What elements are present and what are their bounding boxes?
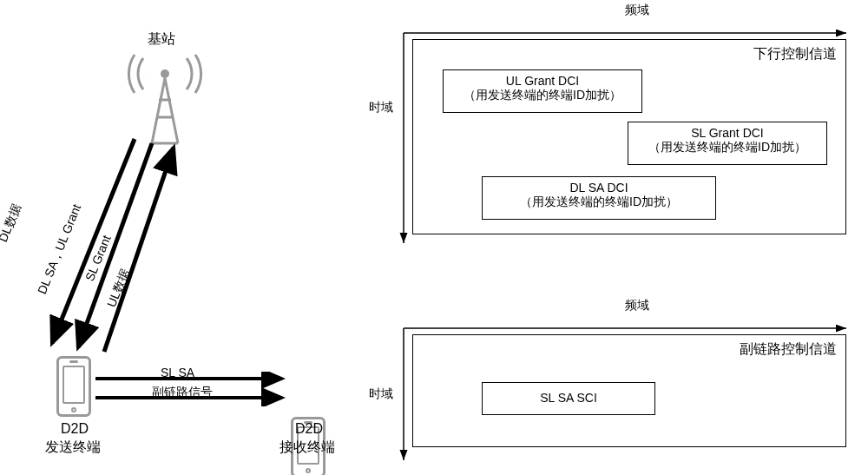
- ul-grant-dci-box: UL Grant DCI （用发送终端的终端ID加扰）: [443, 69, 642, 113]
- d2d-tx-sub: 发送终端: [45, 439, 101, 457]
- dl-sa-dci-box: DL SA DCI （用发送终端的终端ID加扰）: [482, 176, 716, 220]
- dl-sa-dci-l1: DL SA DCI: [483, 181, 715, 195]
- sl-sa-sci-box: SL SA SCI: [482, 382, 655, 415]
- dl-sa-dci-l2: （用发送终端的终端ID加扰）: [483, 195, 715, 210]
- sl-sa-label: SL SA: [161, 366, 194, 379]
- top-time-axis-label: 时域: [369, 100, 393, 115]
- sl-grant-dci-box: SL Grant DCI （用发送终端的终端ID加扰）: [628, 122, 827, 165]
- d2d-tx-phone-icon: [56, 356, 91, 417]
- bottom-freq-axis-label: 频域: [625, 298, 649, 313]
- bs-label: 基站: [148, 30, 175, 49]
- top-chart-title: 下行控制信道: [753, 45, 837, 63]
- d2d-rx-sub: 接收终端: [279, 439, 335, 457]
- ul-grant-dci-l1: UL Grant DCI: [444, 74, 641, 88]
- d2d-tx-name: D2D: [61, 421, 89, 437]
- sl-grant-dci-l1: SL Grant DCI: [628, 126, 826, 140]
- svg-point-0: [161, 69, 169, 78]
- bottom-chart-title: 副链路控制信道: [740, 340, 837, 359]
- ul-grant-dci-l2: （用发送终端的终端ID加扰）: [444, 88, 641, 103]
- bottom-time-axis-label: 时域: [369, 386, 393, 402]
- sl-sa-sci-l1: SL SA SCI: [540, 391, 597, 405]
- d2d-rx-name: D2D: [295, 421, 323, 437]
- sl-signal-label: 副链路信号: [152, 385, 213, 400]
- top-freq-axis-label: 频域: [625, 3, 649, 18]
- sl-grant-dci-l2: （用发送终端的终端ID加扰）: [628, 140, 826, 155]
